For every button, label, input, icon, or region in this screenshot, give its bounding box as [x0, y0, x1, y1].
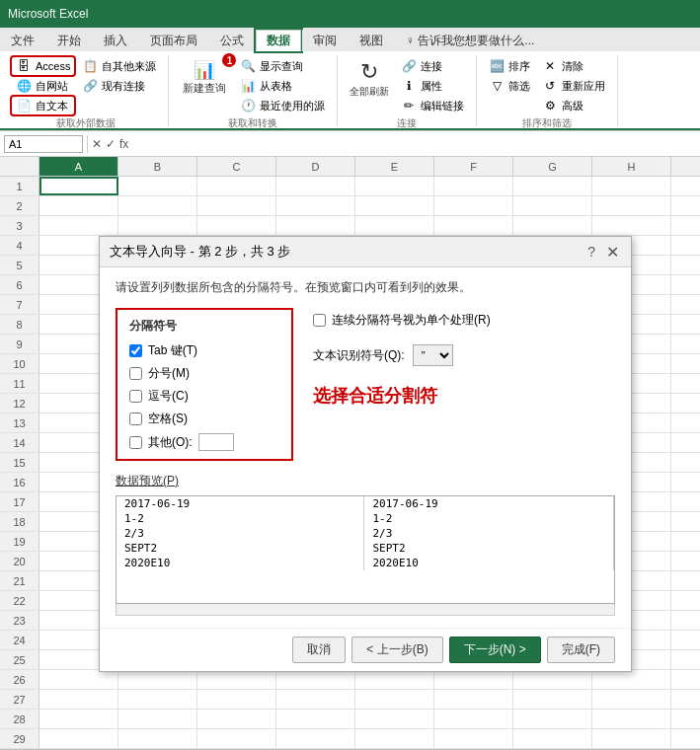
cell[interactable] [276, 670, 355, 689]
cell[interactable] [276, 216, 355, 235]
help-icon[interactable]: ? [587, 244, 595, 260]
filter-btn[interactable]: ▽ 筛选 [485, 77, 534, 95]
cell[interactable] [671, 335, 700, 353]
cell[interactable] [197, 690, 276, 709]
cancel-button[interactable]: 取消 [292, 637, 346, 663]
checkbox-semicolon-input[interactable] [129, 367, 142, 380]
tab-view[interactable]: 视图 [349, 30, 394, 51]
cell[interactable] [434, 216, 513, 235]
next-button[interactable]: 下一步(N) > [449, 637, 541, 663]
cell[interactable] [276, 690, 355, 709]
cell[interactable] [671, 413, 700, 432]
cell[interactable] [39, 710, 118, 728]
tab-review[interactable]: 审阅 [302, 30, 348, 51]
cell[interactable] [434, 690, 513, 709]
cell[interactable] [434, 729, 513, 748]
cell[interactable] [671, 631, 700, 649]
cell[interactable] [592, 670, 671, 689]
cell[interactable] [671, 710, 700, 728]
cell[interactable] [671, 512, 700, 531]
cell[interactable] [671, 552, 700, 570]
cell[interactable] [671, 275, 700, 294]
cell[interactable] [671, 354, 700, 373]
cell[interactable] [355, 177, 434, 195]
cell[interactable] [592, 216, 671, 235]
close-button[interactable]: ✕ [603, 243, 621, 261]
cell[interactable] [671, 670, 700, 689]
cell[interactable] [513, 177, 592, 195]
tab-insert[interactable]: 插入 [93, 30, 138, 51]
cell[interactable] [39, 670, 118, 689]
cell[interactable] [197, 670, 276, 689]
sidebar-item-access[interactable]: 🗄 Access [12, 57, 74, 75]
cell[interactable] [671, 394, 700, 412]
cell[interactable] [671, 256, 700, 274]
tab-formula[interactable]: 公式 [209, 30, 255, 51]
cell[interactable] [197, 216, 276, 235]
tab-help[interactable]: ♀ 告诉我您想要做什么... [395, 30, 545, 51]
checkbox-other-input[interactable] [129, 436, 142, 449]
other-sources-btn[interactable]: 📋 自其他来源 [78, 57, 160, 75]
sidebar-item-web[interactable]: 🌐 自网站 [12, 77, 74, 95]
cell[interactable] [355, 710, 434, 728]
cell[interactable] [118, 177, 197, 195]
name-box[interactable] [4, 135, 83, 153]
from-table-btn[interactable]: 📊 从表格 [236, 77, 329, 95]
reapply-btn[interactable]: ↺ 重新应用 [538, 77, 609, 95]
cell[interactable] [671, 729, 700, 748]
connections-btn[interactable]: 🔗 连接 [397, 57, 468, 75]
cell[interactable] [355, 729, 434, 748]
sidebar-item-text[interactable]: 📄 自文本 [12, 97, 74, 114]
cell[interactable] [118, 729, 197, 748]
cell[interactable] [197, 710, 276, 728]
tab-pagelayout[interactable]: 页面布局 [139, 30, 208, 51]
cell[interactable] [197, 729, 276, 748]
existing-connections-btn[interactable]: 🔗 现有连接 [78, 77, 160, 95]
refresh-all-btn[interactable]: ↻ 全部刷新 [346, 57, 393, 101]
cell[interactable] [671, 374, 700, 393]
cell[interactable] [671, 690, 700, 709]
cell[interactable] [276, 710, 355, 728]
other-delimiter-input[interactable] [198, 433, 234, 451]
horizontal-scrollbar[interactable] [116, 604, 615, 616]
cell[interactable] [355, 196, 434, 215]
cell[interactable] [671, 591, 700, 610]
confirm-formula-icon[interactable]: ✓ [106, 137, 116, 151]
cell[interactable] [671, 295, 700, 314]
cell[interactable] [592, 729, 671, 748]
edit-links-btn[interactable]: ✏ 编辑链接 [397, 97, 468, 114]
cell[interactable] [671, 571, 700, 590]
cell[interactable] [118, 710, 197, 728]
cell[interactable] [671, 315, 700, 334]
checkbox-comma-input[interactable] [129, 390, 142, 403]
cell[interactable] [671, 453, 700, 472]
finish-button[interactable]: 完成(F) [547, 637, 615, 663]
cell[interactable] [197, 177, 276, 195]
advanced-btn[interactable]: ⚙ 高级 [538, 97, 609, 114]
cell[interactable] [118, 196, 197, 215]
cell[interactable] [671, 650, 700, 669]
cell[interactable] [39, 216, 118, 235]
cell[interactable] [671, 473, 700, 491]
cell[interactable] [434, 710, 513, 728]
properties-btn[interactable]: ℹ 属性 [397, 77, 468, 95]
cell[interactable] [434, 196, 513, 215]
cell[interactable] [671, 196, 700, 215]
sort-btn[interactable]: 🔤 排序 [485, 57, 534, 75]
consecutive-delimiters-checkbox[interactable] [313, 314, 326, 327]
preview-box[interactable]: 2017-06-19 2017-06-19 1-2 1-2 2/3 2/3 [116, 495, 615, 604]
cell[interactable] [671, 177, 700, 195]
text-qualifier-select[interactable]: " ' 无 [413, 344, 453, 366]
cell[interactable] [118, 216, 197, 235]
cell[interactable] [671, 611, 700, 630]
cell[interactable] [39, 690, 118, 709]
clear-btn[interactable]: ✕ 清除 [538, 57, 609, 75]
prev-button[interactable]: < 上一步(B) [351, 637, 442, 663]
cell[interactable] [197, 196, 276, 215]
cell[interactable] [513, 196, 592, 215]
cell[interactable] [671, 433, 700, 452]
cell[interactable] [39, 196, 118, 215]
tab-data[interactable]: 数据 [256, 30, 301, 51]
cell[interactable] [513, 729, 592, 748]
cell[interactable] [592, 196, 671, 215]
